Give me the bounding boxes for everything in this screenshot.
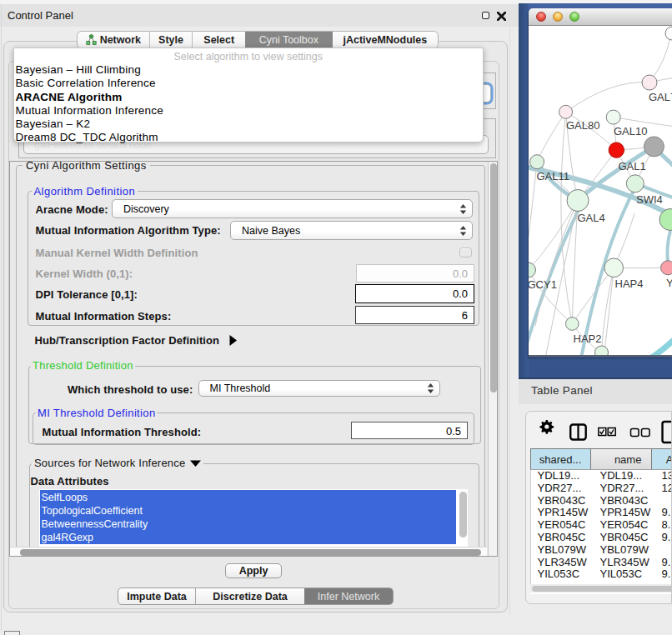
- svg-text:HAP4: HAP4: [615, 278, 644, 290]
- svg-text:HAP2: HAP2: [574, 332, 602, 345]
- svg-text:GAL1: GAL1: [619, 160, 646, 172]
- svg-text:GAL11: GAL11: [537, 170, 570, 182]
- svg-text:GAL4: GAL4: [578, 212, 605, 224]
- svg-text:GAL80: GAL80: [566, 119, 599, 132]
- svg-text:YC: YC: [666, 277, 672, 289]
- svg-text:GAL7: GAL7: [649, 91, 672, 103]
- svg-text:GCY1: GCY1: [529, 278, 557, 291]
- svg-text:SWI4: SWI4: [636, 193, 663, 206]
- svg-text:GAL10: GAL10: [614, 125, 647, 138]
